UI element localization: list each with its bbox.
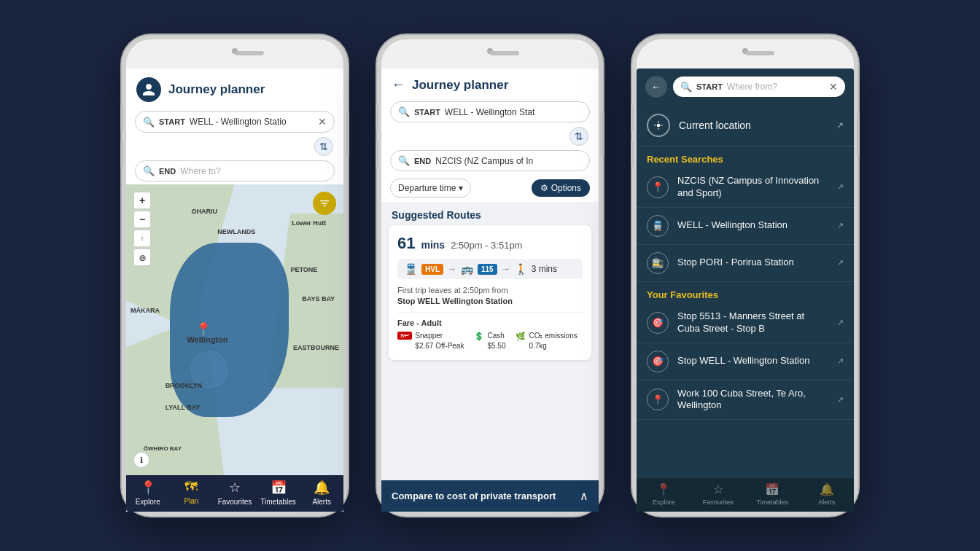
- phone2-title: Journey planner: [412, 78, 508, 93]
- bus-icon: 🚌: [461, 263, 473, 275]
- compare-bar[interactable]: Compare to cost of private transport ∧: [381, 480, 599, 512]
- cash-price: $5.50: [487, 341, 505, 351]
- favourite-item-2[interactable]: 🎯 Stop WELL - Wellington Station ↗: [637, 343, 854, 380]
- route-minutes-label: mins: [421, 239, 445, 251]
- favourite-item-1[interactable]: 🎯 Stop 5513 - Manners Street at Cuba Str…: [637, 303, 854, 343]
- end-placeholder: Where to?: [180, 166, 327, 176]
- fav-icon-3: 📍: [647, 388, 669, 410]
- walk-time: 3 mins: [532, 264, 557, 274]
- p2-end-label: END: [414, 157, 431, 165]
- vol-button-5: [631, 105, 634, 130]
- start-search-row[interactable]: 🔍 START WELL - Wellington Statio ✕: [135, 111, 335, 133]
- departure-time-button[interactable]: Departure time ▾: [390, 179, 471, 198]
- bus-number-badge: 115: [478, 264, 497, 275]
- phone-3: ← 🔍 START Where from? ✕ Current location…: [632, 35, 858, 516]
- vol-button-2: [120, 141, 123, 167]
- first-trip-info: First trip leaves at 2:50pm from Stop WE…: [397, 285, 583, 308]
- recent-item-1[interactable]: 📍 NZCIS (NZ Campus of Innovation and Spo…: [637, 168, 854, 208]
- nav-favourites[interactable]: ☆ Favourites: [213, 480, 257, 506]
- svg-point-0: [657, 124, 661, 128]
- map-label-eastbourne: EASTBOURNE: [293, 344, 339, 351]
- train-icon: 🚆: [405, 263, 417, 275]
- fare-section: Fare - Adult S↩ Snapper $2.67 Off-Peak 💲: [397, 312, 583, 351]
- recent-item-2[interactable]: 🚆 WELL - Wellington Station ↗: [637, 208, 854, 245]
- p3-search-placeholder: Where from?: [727, 82, 825, 92]
- co2-icon: 🌿: [516, 332, 526, 341]
- recent-searches-title: Recent Searches: [637, 146, 854, 168]
- location-button[interactable]: ◎: [133, 249, 151, 266]
- nav-alerts[interactable]: 🔔 Alerts: [300, 480, 343, 506]
- map-label-owhiro: ŌWHIRO BAY: [144, 445, 182, 452]
- p3-favourites-icon: ☆: [713, 482, 723, 496]
- nav-plan[interactable]: 🗺 Plan: [170, 480, 214, 506]
- search-icon-end: 🔍: [143, 165, 155, 176]
- phone-2-screen: ← Journey planner 🔍 START WELL - Welling…: [381, 69, 599, 512]
- p3-nav-favourites[interactable]: ☆ Favourites: [691, 482, 746, 506]
- compass-button[interactable]: ↑: [133, 230, 151, 247]
- zoom-in-button[interactable]: +: [133, 192, 151, 209]
- fav-icon-2: 🎯: [647, 351, 669, 372]
- route-card[interactable]: 61 mins 2:50pm - 3:51pm 🚆 HVL → 🚌 115 → …: [389, 225, 591, 360]
- snapper-label: Snapper: [415, 331, 464, 341]
- end-label: END: [159, 167, 176, 176]
- clear-start-button[interactable]: ✕: [318, 116, 327, 128]
- p2-search-icon-start: 🔍: [398, 106, 410, 117]
- nav-timetables[interactable]: 📅 Timetables: [257, 480, 300, 506]
- p3-nav-explore[interactable]: 📍 Explore: [637, 482, 691, 506]
- p3-header: ← 🔍 START Where from? ✕: [637, 69, 854, 105]
- start-value: WELL - Wellington Statio: [190, 117, 314, 127]
- p2-start-row[interactable]: 🔍 START WELL - Wellington Stat: [390, 101, 590, 122]
- p3-explore-icon: 📍: [656, 482, 671, 496]
- nav-explore[interactable]: 📍 Explore: [126, 480, 170, 506]
- nav-favourites-label: Favourites: [218, 498, 252, 506]
- vol-button-4: [376, 141, 378, 167]
- fav-arrow-1-icon: ↗: [837, 318, 844, 327]
- zoom-out-button[interactable]: −: [133, 211, 151, 228]
- phone-2: ← Journey planner 🔍 START WELL - Welling…: [377, 35, 603, 516]
- p2-swap-button[interactable]: ⇅: [569, 127, 588, 146]
- fav-text-3: Work 100 Cuba Street, Te Aro, Wellington: [677, 388, 828, 413]
- map-label-ohariu: OHARIU: [191, 208, 217, 215]
- p3-nav-favourites-label: Favourites: [703, 499, 734, 506]
- snapper-fare: S↩ Snapper $2.67 Off-Peak: [397, 331, 464, 351]
- phone2-header: ← Journey planner: [381, 69, 599, 98]
- hvl-badge: HVL: [421, 264, 443, 275]
- end-search-row[interactable]: 🔍 END Where to?: [135, 160, 335, 181]
- p2-end-row[interactable]: 🔍 END NZCIS (NZ Campus of In: [390, 150, 590, 171]
- map-container[interactable]: OHARIU NEWLANDS Lower Hutt PETONE BAYS B…: [126, 184, 343, 475]
- nav-timetables-label: Timetables: [260, 498, 296, 506]
- p3-bottom-nav: 📍 Explore ☆ Favourites 📅 Timetables 🔔 Al…: [637, 478, 854, 512]
- p3-nav-timetables[interactable]: 📅 Timetables: [745, 482, 800, 506]
- swap-button[interactable]: ⇅: [314, 137, 333, 156]
- map-label-newlands: NEWLANDS: [217, 228, 255, 235]
- plan-icon: 🗺: [184, 480, 198, 495]
- user-avatar[interactable]: [136, 77, 161, 102]
- phone-1-screen: Journey planner 🔍 START WELL - Wellingto…: [126, 69, 343, 512]
- recent-icon-2: 🚆: [647, 215, 669, 237]
- side-button-2: [602, 112, 604, 156]
- route-time-range: 2:50pm - 3:51pm: [451, 240, 522, 251]
- suggested-routes-title: Suggested Routes: [381, 202, 599, 225]
- vol-button-3: [376, 105, 378, 130]
- phone-1: Journey planner 🔍 START WELL - Wellingto…: [122, 35, 348, 516]
- recent-icon-3: 🚉: [647, 252, 669, 274]
- p3-back-button[interactable]: ←: [645, 76, 667, 98]
- snapper-price: $2.67 Off-Peak: [415, 341, 464, 351]
- recent-item-3[interactable]: 🚉 Stop PORI - Porirua Station ↗: [637, 245, 854, 282]
- current-location-item[interactable]: Current location ↗: [637, 105, 854, 146]
- options-button[interactable]: ⚙ Options: [532, 179, 590, 197]
- p3-clear-button[interactable]: ✕: [829, 81, 838, 93]
- map-info-button[interactable]: ℹ: [133, 452, 149, 468]
- cash-label: Cash: [487, 331, 505, 341]
- cash-fare: 💲 Cash $5.50: [474, 331, 505, 351]
- phone-3-screen: ← 🔍 START Where from? ✕ Current location…: [637, 69, 854, 512]
- map-options-button[interactable]: [313, 192, 336, 215]
- back-button[interactable]: ←: [392, 77, 405, 93]
- p3-search-bar[interactable]: 🔍 START Where from? ✕: [673, 77, 845, 97]
- co2-fare: 🌿 CO₂ emissions 0.7kg: [516, 331, 577, 351]
- p3-nav-alerts[interactable]: 🔔 Alerts: [800, 482, 855, 506]
- favourite-item-3[interactable]: 📍 Work 100 Cuba Street, Te Aro, Wellingt…: [637, 380, 854, 421]
- fare-title: Fare - Adult: [397, 319, 583, 327]
- current-location-icon: [647, 114, 670, 137]
- p3-start-label: START: [696, 82, 723, 91]
